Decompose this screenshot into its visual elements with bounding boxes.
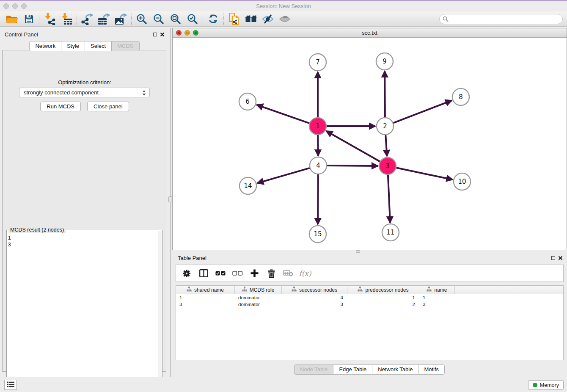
table-cell[interactable]: 3 [176, 301, 235, 308]
optimization-criterion-select[interactable]: strongly connected component [19, 88, 150, 97]
table-cell[interactable]: 4 [282, 294, 347, 301]
search-input[interactable] [439, 14, 563, 24]
toolbar-separator [223, 14, 224, 25]
open-file-icon[interactable] [3, 12, 20, 26]
graph-edge-2-8[interactable] [394, 100, 452, 123]
network-window-titlebar[interactable]: scc.txt [173, 28, 567, 38]
tab-motifs[interactable]: Motifs [418, 364, 445, 375]
tab-node-table[interactable]: Node Table [294, 364, 334, 375]
add-column-icon[interactable] [249, 267, 260, 280]
graph-edge-2-3[interactable] [385, 135, 387, 156]
graph-node-label: 6 [245, 98, 250, 105]
zoom-fit-icon[interactable] [167, 12, 184, 26]
table-row[interactable]: 1dominator411 [176, 294, 563, 301]
result-scrollbar[interactable] [158, 231, 162, 390]
graph-edge-1-6[interactable] [257, 105, 310, 124]
function-builder-icon[interactable]: f(x) [300, 267, 311, 280]
column-header-MCDS-role[interactable]: MCDS role [235, 286, 282, 294]
import-table-icon[interactable] [58, 12, 75, 26]
save-session-icon[interactable] [20, 12, 37, 26]
attribute-tree-icon [358, 287, 363, 293]
zoom-out-icon[interactable] [150, 12, 167, 26]
table-cell[interactable]: dominator [235, 301, 282, 308]
memory-button[interactable]: Memory [528, 380, 564, 390]
graph-edge-3-10[interactable] [396, 168, 453, 179]
home-network-icon[interactable] [242, 12, 259, 26]
column-header-label: name [434, 287, 447, 293]
tab-style[interactable]: Style [61, 41, 85, 51]
float-panel-icon[interactable] [551, 256, 555, 260]
settings-gear-icon[interactable] [181, 267, 192, 280]
table-cell[interactable]: 1 [176, 294, 235, 301]
graph-edge-4-3[interactable] [327, 166, 378, 166]
network-canvas[interactable]: 7968124314101511 [173, 38, 567, 250]
tab-network-table[interactable]: Network Table [372, 364, 418, 375]
clone-network-icon[interactable] [226, 12, 242, 26]
search-field[interactable] [439, 14, 563, 24]
hide-selected-icon[interactable] [259, 12, 276, 26]
task-history-button[interactable] [4, 380, 17, 390]
tab-mcds[interactable]: MCDS [111, 41, 139, 51]
select-all-icon[interactable] [215, 267, 226, 280]
attribute-tree-icon [187, 287, 192, 293]
zoom-selected-icon[interactable] [184, 12, 201, 26]
float-panel-icon[interactable] [153, 33, 157, 36]
graph-edge-3-1[interactable] [326, 131, 380, 161]
column-header-shared-name[interactable]: shared name [176, 286, 235, 294]
export-network-icon[interactable] [79, 12, 96, 26]
column-view-icon[interactable] [198, 267, 209, 280]
table-cell[interactable]: dominator [235, 294, 282, 301]
import-network-icon[interactable] [41, 12, 58, 26]
splitter-grip[interactable] [168, 196, 172, 202]
table-cell[interactable]: 2 [347, 301, 419, 308]
toolbar-separator [77, 14, 77, 25]
graph-node-label: 7 [316, 58, 320, 66]
close-panel-icon[interactable] [160, 32, 165, 37]
column-header-name[interactable]: name [419, 286, 455, 294]
table-row[interactable]: 3dominator323 [176, 301, 563, 308]
graph-node-label: 2 [383, 122, 387, 130]
refresh-icon[interactable] [205, 12, 222, 26]
network-view-window: scc.txt 7968124314101511 [172, 28, 567, 250]
graph-edge-2-9[interactable] [385, 71, 385, 117]
graph-edge-1-4[interactable] [318, 135, 318, 156]
graph-edge-4-15[interactable] [318, 174, 318, 224]
mcds-tab-content: Optimization criterion: strongly connect… [2, 50, 166, 372]
delete-column-icon[interactable] [266, 267, 277, 280]
mcds-result-title: MCDS result (2 nodes) [8, 227, 66, 233]
column-header-label: MCDS role [250, 287, 275, 293]
memory-button-label: Memory [540, 382, 559, 388]
table-panel-tabs: Node TableEdge TableNetwork TableMotifs [172, 364, 567, 375]
tab-network[interactable]: Network [29, 41, 61, 51]
column-header-predecessor-nodes[interactable]: predecessor nodes [347, 286, 419, 294]
graph-node-label: 9 [383, 58, 387, 65]
delete-table-icon[interactable] [283, 267, 294, 280]
tab-select[interactable]: Select [85, 41, 112, 51]
show-all-icon[interactable] [276, 12, 293, 26]
close-panel-button[interactable]: Close panel [87, 102, 129, 111]
graph-edge-3-11[interactable] [388, 175, 390, 223]
table-cell[interactable]: 3 [282, 301, 347, 308]
table-cell[interactable]: 3 [419, 301, 455, 308]
graph-node-label: 4 [316, 162, 320, 169]
graph-node-label: 11 [386, 229, 394, 236]
table-cell[interactable]: 1 [347, 294, 419, 301]
vertical-splitter[interactable] [167, 28, 172, 377]
table-body: 1dominator4113dominator323 [176, 294, 563, 308]
optimization-criterion-label: Optimization criterion: [3, 79, 167, 86]
unselect-all-icon[interactable] [232, 267, 243, 280]
run-mcds-button[interactable]: Run MCDS [40, 102, 81, 111]
node-table[interactable]: shared nameMCDS rolesuccessor nodesprede… [176, 285, 564, 360]
control-panel-tabs: NetworkStyleSelectMCDS [2, 41, 167, 51]
toolbar-separator [39, 14, 39, 25]
column-header-successor-nodes[interactable]: successor nodes [282, 286, 347, 294]
attribute-tree-icon [427, 287, 432, 293]
export-table-icon[interactable] [96, 12, 113, 26]
zoom-in-icon[interactable] [133, 12, 150, 26]
tab-edge-table[interactable]: Edge Table [333, 364, 372, 375]
graph-edge-4-14[interactable] [257, 168, 310, 183]
window-title: Session: New Session [0, 3, 567, 9]
close-panel-icon[interactable] [558, 256, 563, 260]
table-cell[interactable]: 1 [419, 294, 455, 301]
export-image-icon[interactable] [113, 12, 129, 26]
